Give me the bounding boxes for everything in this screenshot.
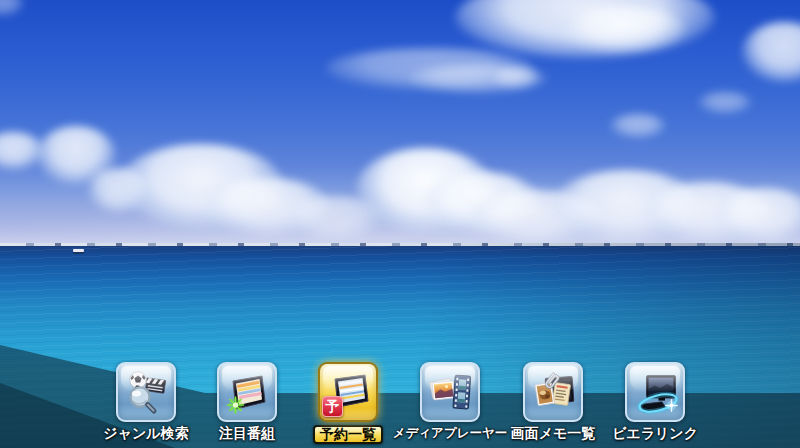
menu-item-genre-search: ジャンル検索 (88, 362, 204, 443)
menu-item-reservation-list: 予 予約一覧 (290, 362, 406, 444)
menu-item-label: ジャンル検索 (103, 425, 188, 443)
reservation-list-button[interactable]: 予 (318, 362, 378, 422)
viera-link-button[interactable] (625, 362, 685, 422)
media-player-button[interactable] (420, 362, 480, 422)
tv-home-screen: ジャンル検索 (0, 0, 800, 448)
screen-memo-list-button[interactable] (523, 362, 583, 422)
menu-item-label: 注目番組 (219, 425, 275, 443)
featured-programs-button[interactable] (217, 362, 277, 422)
genre-search-icon (123, 369, 171, 417)
menu-item-label: 予約一覧 (313, 425, 383, 444)
menu-item-featured-programs: 注目番組 (189, 362, 305, 443)
reservation-badge: 予 (322, 396, 343, 417)
home-menu-row: ジャンル検索 (0, 0, 800, 448)
genre-search-button[interactable] (116, 362, 176, 422)
menu-item-media-player: メディアプレーヤー (392, 362, 508, 442)
featured-programs-icon (224, 369, 272, 417)
media-player-icon (427, 369, 475, 417)
menu-item-screen-memo-list: 画面メモ一覧 (495, 362, 611, 443)
viera-link-icon (632, 369, 680, 417)
menu-item-label: メディアプレーヤー (393, 425, 508, 442)
menu-item-label: 画面メモ一覧 (511, 425, 596, 443)
menu-item-viera-link: ビエラリンク (597, 362, 713, 443)
screen-memo-list-icon (530, 369, 578, 417)
menu-item-label: ビエラリンク (612, 425, 698, 443)
